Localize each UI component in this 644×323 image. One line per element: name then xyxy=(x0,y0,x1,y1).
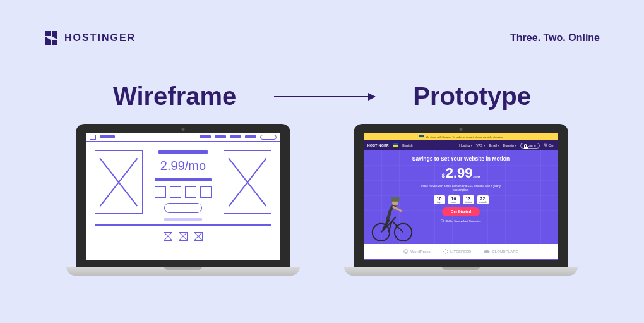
svg-point-0 xyxy=(544,147,545,147)
wf-headline-placeholder xyxy=(158,150,208,154)
hostinger-logo-icon xyxy=(44,30,58,46)
brand-logo: HOSTINGER xyxy=(44,30,136,46)
countdown-hours: 16hours xyxy=(448,195,460,204)
hero-price: $ 2.99 /mo xyxy=(442,165,480,181)
wf-image-placeholder xyxy=(95,150,143,214)
cart-icon xyxy=(544,143,547,147)
wf-cta-placeholder xyxy=(164,203,202,213)
nav-vps: VPS▾ xyxy=(476,143,485,147)
wf-nav-placeholder xyxy=(245,135,256,138)
hero-section: Savings to Set Your Website in Motion $ … xyxy=(364,150,558,244)
wf-countdown-placeholder xyxy=(155,186,212,198)
countdown-seconds: 22seconds xyxy=(477,195,489,204)
hero-subhead: Make moves with a free domain and SSL in… xyxy=(420,185,502,192)
chevron-down-icon: ▾ xyxy=(498,144,499,147)
brand-tagline: Three. Two. Online xyxy=(510,32,600,44)
chevron-down-icon: ▾ xyxy=(484,144,485,147)
arrow-icon xyxy=(274,96,375,97)
wordpress-logo: WordPress xyxy=(403,249,431,254)
ukraine-banner: We stand with Ukraine. To make an impact… xyxy=(364,133,558,140)
chevron-down-icon: ▾ xyxy=(515,144,516,147)
litespeed-logo: LITESPEED xyxy=(443,249,471,254)
wf-footer-logos-placeholder xyxy=(86,226,280,241)
wireframe-navbar xyxy=(86,133,280,142)
wf-nav-placeholder xyxy=(100,135,115,138)
wireframe-screen: 2.99/mo xyxy=(86,133,280,260)
wf-nav-placeholder xyxy=(215,135,226,138)
wf-logo-placeholder xyxy=(90,135,96,140)
wf-button-placeholder xyxy=(260,135,277,140)
nav-domain: Domain▾ xyxy=(503,143,516,147)
cloudflare-logo: CLOUDFLARE xyxy=(484,250,518,254)
cart-link: Cart xyxy=(544,143,554,147)
wordpress-icon xyxy=(403,249,408,254)
get-started-button: Get Started xyxy=(442,207,480,216)
svg-point-1 xyxy=(546,147,547,147)
wf-nav-placeholder xyxy=(230,135,241,138)
wf-subtext-placeholder xyxy=(164,218,202,221)
money-back-guarantee: 30-Day Money-Back Guarantee xyxy=(441,219,480,222)
heading-wireframe: Wireframe xyxy=(113,82,236,111)
wf-text-placeholder xyxy=(155,178,212,181)
banner-text: We stand with Ukraine. To make an impact… xyxy=(426,135,503,138)
check-icon xyxy=(441,219,444,222)
login-button: Log In xyxy=(520,143,540,149)
comparison-headings: Wireframe Prototype xyxy=(0,82,644,111)
prototype-screen: We stand with Ukraine. To make an impact… xyxy=(364,133,558,260)
wf-nav-placeholder xyxy=(200,135,211,138)
countdown-days: 10days xyxy=(434,195,445,204)
wireframe-laptop: 2.99/mo xyxy=(66,124,300,282)
chevron-down-icon: ▾ xyxy=(471,144,472,147)
lock-icon xyxy=(524,144,527,147)
prototype-navbar: HOSTINGER English Hosting▾ VPS▾ Email▾ D… xyxy=(364,140,558,150)
nav-hosting: Hosting▾ xyxy=(459,143,472,147)
partner-logos-row: WordPress LITESPEED CLOUDFLARE xyxy=(364,244,558,259)
nav-brand: HOSTINGER xyxy=(367,143,389,147)
brand-name: HOSTINGER xyxy=(64,32,136,44)
litespeed-icon xyxy=(443,249,448,254)
lang-flag-icon xyxy=(393,143,398,147)
wf-image-placeholder xyxy=(224,150,271,214)
nav-email: Email▾ xyxy=(489,143,499,147)
cloudflare-icon xyxy=(484,250,490,254)
hero-title: Savings to Set Your Website in Motion xyxy=(412,155,510,162)
wireframe-price: 2.99/mo xyxy=(160,159,206,173)
svg-point-6 xyxy=(441,219,444,222)
ukraine-flag-icon xyxy=(419,135,424,138)
nav-lang: English xyxy=(402,143,412,147)
countdown-minutes: 13minutes xyxy=(463,195,474,204)
countdown-timer: 10days 16hours 13minutes 22seconds xyxy=(434,195,489,204)
svg-rect-5 xyxy=(391,197,400,202)
prototype-laptop: We stand with Ukraine. To make an impact… xyxy=(344,124,578,282)
heading-prototype: Prototype xyxy=(413,82,531,111)
